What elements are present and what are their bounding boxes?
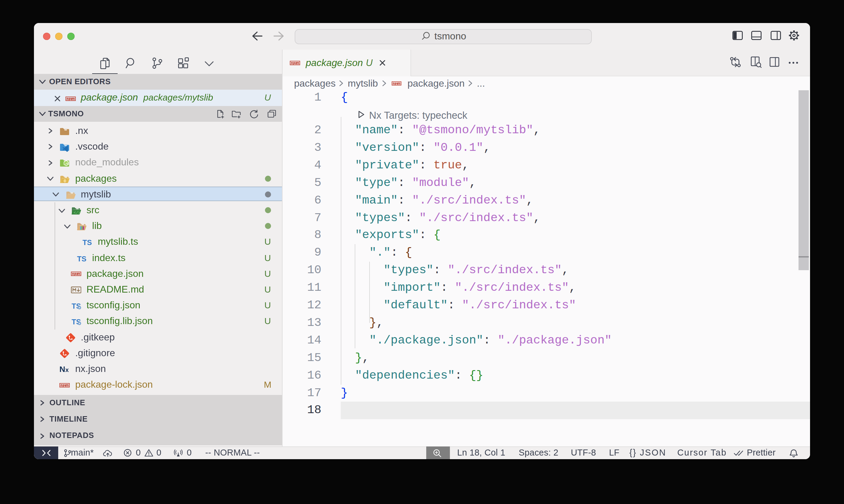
svg-text:JS: JS <box>65 162 69 165</box>
svg-text:N: N <box>59 365 65 374</box>
svg-text:TS: TS <box>83 239 92 247</box>
svg-text:</>: </> <box>73 211 80 215</box>
svg-text:x: x <box>66 366 69 373</box>
svg-text:TS: TS <box>77 254 86 263</box>
